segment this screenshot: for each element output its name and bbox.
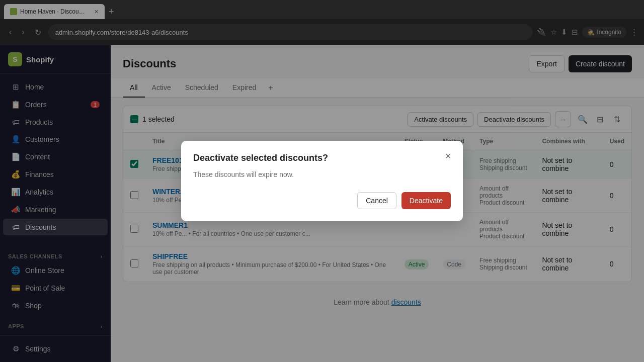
modal-body: These discounts will expire now.	[193, 169, 451, 180]
modal-close-icon: ✕	[445, 151, 451, 161]
modal-cancel-button[interactable]: Cancel	[357, 192, 396, 209]
modal-close-button[interactable]: ✕	[441, 149, 455, 163]
deactivate-modal: ✕ Deactivate selected discounts? These d…	[181, 141, 463, 221]
modal-footer: Cancel Deactivate	[193, 192, 451, 209]
modal-overlay[interactable]: ✕ Deactivate selected discounts? These d…	[0, 0, 644, 362]
modal-title: Deactivate selected discounts?	[193, 153, 451, 163]
modal-deactivate-button[interactable]: Deactivate	[401, 192, 451, 209]
